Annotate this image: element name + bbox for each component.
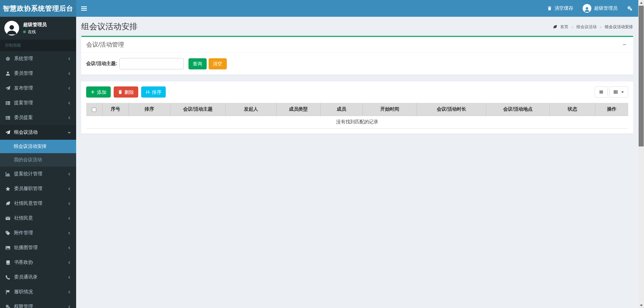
grid-icon — [613, 90, 618, 94]
app-logo[interactable]: 智慧政协系统管理后台 — [0, 0, 76, 17]
sidebar-item-proposal-mgmt[interactable]: 提案管理 — [0, 96, 76, 110]
sidebar-toggle-button[interactable] — [76, 0, 92, 17]
settings-button[interactable] — [622, 0, 637, 17]
navbar-avatar — [583, 4, 591, 13]
sidebar-item-member-mgmt[interactable]: 委员管理 — [0, 66, 76, 81]
hamburger-icon — [81, 6, 87, 11]
toggle-view-button[interactable] — [595, 86, 608, 98]
sidebar-item-member-contacts[interactable]: 委员通讯录 — [0, 270, 76, 285]
select-all-checkbox[interactable] — [92, 108, 96, 112]
breadcrumb: 首页 > 组会议活动 > 组会议活动安排 — [553, 24, 633, 30]
topic-field-label: 会议/活动主题: — [86, 61, 117, 67]
sidebar-item-proposal-stats[interactable]: 提案统计管理 — [0, 167, 76, 181]
online-dot-icon — [23, 30, 26, 33]
sidebar-item-member-proposal[interactable]: 委员提案 — [0, 110, 76, 125]
search-button[interactable]: 查询 — [189, 58, 207, 69]
tag-icon — [5, 231, 11, 236]
sidebar-item-attachment-mgmt[interactable]: 附件管理 — [0, 226, 76, 240]
page-title: 组会议活动安排 — [81, 21, 633, 32]
scrollbar-up-arrow[interactable] — [638, 0, 644, 5]
sort-icon — [146, 90, 150, 94]
table-header-row: 序号 排序 会议/活动主题 发起人 成员类型 成员 开始时间 会议/活动时长 会… — [86, 103, 628, 116]
gear-icon — [5, 56, 11, 61]
breadcrumb-current: 组会议活动安排 — [605, 24, 633, 30]
online-status[interactable]: 在线 — [23, 29, 47, 35]
search-panel-title: 会议/活动管理 — [86, 41, 124, 49]
collapse-panel-button[interactable] — [621, 42, 628, 48]
sidebar-section-label: 控制面板 — [0, 40, 76, 51]
triangle-up-icon — [640, 2, 643, 4]
columns-dropdown-button[interactable] — [609, 86, 628, 98]
breadcrumb-home-link[interactable]: 首页 — [560, 24, 568, 30]
sidebar-item-public-opinion[interactable]: 社情民意 — [0, 211, 76, 226]
chevron-left-icon — [67, 305, 71, 308]
sidebar-item-duty-mgmt[interactable]: 委员履职管理 — [0, 181, 76, 196]
sidebar-subitem-my-meetings[interactable]: 我的会议活动 — [0, 153, 76, 167]
table-toolbar: 添加 删除 排序 — [86, 86, 628, 98]
online-label: 在线 — [28, 29, 36, 35]
chevron-left-icon — [67, 72, 71, 75]
chevron-down-icon — [67, 131, 71, 134]
chevron-left-icon — [67, 116, 71, 120]
sort-button[interactable]: 排序 — [141, 86, 166, 98]
sidebar-item-reading-cppcc[interactable]: 书香政协 — [0, 255, 76, 270]
user-menu[interactable]: 超级管理员 — [578, 0, 622, 17]
chevron-left-icon — [67, 246, 71, 250]
chevron-left-icon — [67, 172, 71, 176]
sidebar-subitem-meeting-schedule[interactable]: 组会议活动安排 — [0, 140, 76, 153]
navbar-right: 清空缓存 超级管理员 — [543, 0, 644, 17]
empty-message: 没有找到匹配的记录 — [86, 116, 628, 128]
chevron-left-icon — [67, 261, 71, 264]
column-header-status: 状态 — [550, 103, 595, 116]
column-header-topic: 会议/活动主题 — [170, 103, 225, 116]
sidebar-item-duty-status[interactable]: 履职情况 — [0, 285, 76, 299]
toolbar-left: 添加 删除 排序 — [86, 86, 166, 98]
sidebar-item-carousel-mgmt[interactable]: 轮播图管理 — [0, 240, 76, 255]
main-header: 智慧政协系统管理后台 清空缓存 超级管理员 — [0, 0, 644, 17]
column-header-members: 成员 — [320, 103, 363, 116]
sidebar-item-public-opinion-mgmt[interactable]: 社情民意管理 — [0, 196, 76, 211]
chevron-left-icon — [67, 57, 71, 61]
breadcrumb-home-icon — [553, 25, 557, 29]
breadcrumb-separator: > — [571, 25, 573, 29]
image-icon — [5, 245, 11, 250]
triangle-down-icon — [640, 305, 643, 306]
chevron-left-icon — [67, 231, 71, 235]
chevron-left-icon — [67, 86, 71, 90]
sidebar-item-permission-mgmt[interactable]: 权限管理 — [0, 299, 76, 308]
sidebar: 超级管理员 在线 控制面板 系统管理 委员管理 — [0, 17, 76, 308]
add-button[interactable]: 添加 — [86, 86, 111, 98]
app-title: 智慧政协系统管理后台 — [3, 4, 73, 13]
plus-icon — [91, 90, 95, 94]
chevron-left-icon — [67, 290, 71, 294]
envelope-icon — [5, 216, 11, 221]
column-header-seq: 序号 — [102, 103, 128, 116]
topic-input[interactable] — [119, 58, 184, 69]
scrollbar-down-arrow[interactable] — [638, 303, 644, 308]
sidebar-item-publish-mgmt[interactable]: 发布管理 — [0, 81, 76, 96]
scrollbar-thumb[interactable] — [639, 6, 644, 146]
sidebar-item-group-meeting[interactable]: 组会议活动 组会议活动安排 我的会议活动 — [0, 125, 76, 167]
search-panel: 会议/活动管理 会议/活动主题: 查询 清空 — [81, 36, 633, 75]
table-panel: 添加 删除 排序 — [81, 81, 633, 134]
sidebar-user-panel: 超级管理员 在线 — [0, 17, 76, 40]
chevron-left-icon — [67, 217, 71, 220]
chevron-left-icon — [67, 275, 71, 279]
content: 会议/活动管理 会议/活动主题: 查询 清空 — [76, 36, 638, 134]
page-scrollbar[interactable] — [638, 0, 644, 308]
sidebar-item-system-mgmt[interactable]: 系统管理 — [0, 51, 76, 66]
column-header-initiator: 发起人 — [225, 103, 276, 116]
column-header-order: 排序 — [128, 103, 170, 116]
bar-chart-icon — [5, 172, 11, 177]
breadcrumb-section-link[interactable]: 组会议活动 — [577, 24, 597, 30]
clear-cache-button[interactable]: 清空缓存 — [543, 0, 578, 17]
clear-search-button[interactable]: 清空 — [209, 58, 227, 69]
content-wrapper: 组会议活动安排 首页 > 组会议活动 > 组会议活动安排 会议/活动管理 — [76, 17, 638, 308]
user-avatar — [4, 21, 19, 36]
breadcrumb-separator: > — [600, 25, 602, 29]
toolbar-right — [595, 86, 628, 98]
star-icon — [5, 186, 11, 191]
delete-button[interactable]: 删除 — [114, 86, 138, 98]
cogs-icon — [627, 6, 633, 11]
minus-icon — [622, 42, 627, 47]
